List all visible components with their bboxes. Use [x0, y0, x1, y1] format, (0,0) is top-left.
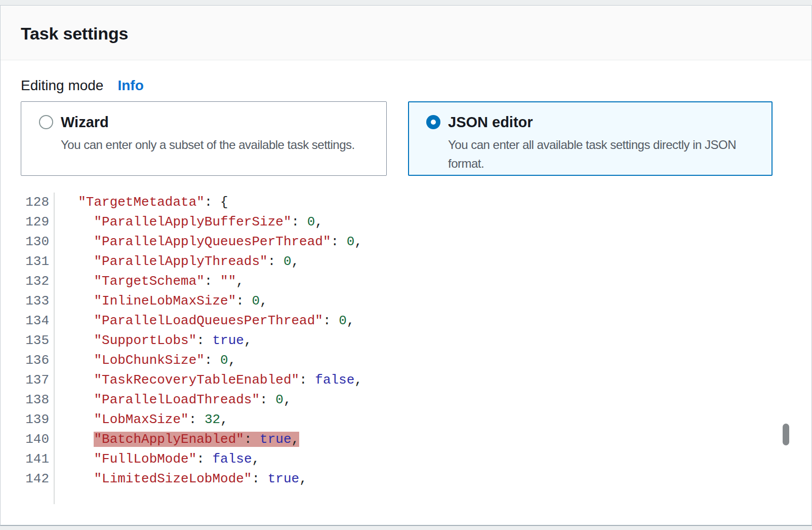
- code-line[interactable]: 137 "TaskRecoveryTableEnabled": false,: [1, 370, 811, 390]
- line-number: 140: [1, 430, 55, 449]
- editing-mode-label: Editing mode: [21, 78, 103, 94]
- code-line[interactable]: 129 "ParallelApplyBufferSize": 0,: [1, 212, 811, 232]
- info-link[interactable]: Info: [117, 78, 143, 94]
- code-line[interactable]: 140 "BatchApplyEnabled": true,: [1, 430, 811, 449]
- code-line-text[interactable]: "ParallelApplyBufferSize": 0,: [55, 212, 323, 232]
- code-line[interactable]: 133 "InlineLobMaxSize": 0,: [1, 291, 811, 311]
- line-number: 130: [1, 232, 55, 252]
- code-line[interactable]: 130 "ParallelApplyQueuesPerThread": 0,: [1, 232, 811, 252]
- code-line-text[interactable]: "ParallelLoadQueuesPerThread": 0,: [55, 311, 354, 331]
- code-line-text[interactable]: "TargetMetadata": {: [55, 193, 228, 212]
- code-line[interactable]: 136 "LobChunkSize": 0,: [1, 351, 811, 370]
- line-number: 132: [1, 272, 55, 291]
- panel-content: Editing mode Info Wizard You can enter o…: [1, 78, 811, 504]
- line-number: 136: [1, 351, 55, 370]
- option-title-json-editor: JSON editor: [448, 114, 762, 130]
- line-number: 141: [1, 449, 55, 469]
- line-number: 134: [1, 311, 55, 331]
- code-line-text[interactable]: "LimitedSizeLobMode": true,: [55, 469, 307, 489]
- code-line-text[interactable]: "LobChunkSize": 0,: [55, 351, 236, 370]
- code-line[interactable]: 128 "TargetMetadata": {: [1, 193, 811, 212]
- editing-mode-option-wizard[interactable]: Wizard You can enter only a subset of th…: [21, 101, 387, 176]
- line-number: 139: [1, 410, 55, 430]
- code-line-text[interactable]: "InlineLobMaxSize": 0,: [55, 291, 268, 311]
- editing-mode-row: Editing mode Info: [21, 78, 791, 94]
- line-number: 129: [1, 212, 55, 232]
- line-number: 133: [1, 291, 55, 311]
- code-line[interactable]: 132 "TargetSchema": "",: [1, 272, 811, 291]
- code-line[interactable]: 134 "ParallelLoadQueuesPerThread": 0,: [1, 311, 811, 331]
- code-line[interactable]: 138 "ParallelLoadThreads": 0,: [1, 390, 811, 410]
- highlighted-code: "BatchApplyEnabled": true,: [94, 432, 299, 447]
- code-line-text[interactable]: "ParallelLoadThreads": 0,: [55, 390, 292, 410]
- code-line-text[interactable]: "FullLobMode": false,: [55, 449, 260, 469]
- option-description-json-editor: You can enter all available task setting…: [448, 135, 762, 173]
- code-line-text[interactable]: [55, 489, 62, 504]
- code-line-text[interactable]: "ParallelApplyThreads": 0,: [55, 252, 299, 272]
- panel-header: Task settings: [1, 6, 811, 60]
- code-line-text[interactable]: "TargetSchema": "",: [55, 272, 244, 291]
- line-number: 138: [1, 390, 55, 410]
- radio-wizard[interactable]: [39, 115, 53, 129]
- code-line[interactable]: 131 "ParallelApplyThreads": 0,: [1, 252, 811, 272]
- option-description-wizard: You can enter only a subset of the avail…: [61, 135, 355, 154]
- task-settings-panel: Task settings Editing mode Info Wizard Y…: [0, 5, 812, 526]
- code-line-text[interactable]: "LobMaxSize": 32,: [55, 410, 228, 430]
- code-line-text[interactable]: "TaskRecoveryTableEnabled": false,: [55, 370, 362, 390]
- code-line[interactable]: 139 "LobMaxSize": 32,: [1, 410, 811, 430]
- code-line[interactable]: 142 "LimitedSizeLobMode": true,: [1, 469, 811, 489]
- line-number: [1, 489, 55, 504]
- line-number: 128: [1, 193, 55, 212]
- line-number: 142: [1, 469, 55, 489]
- code-line-text[interactable]: "ParallelApplyQueuesPerThread": 0,: [55, 232, 362, 252]
- line-number: 135: [1, 331, 55, 351]
- code-line-text[interactable]: "BatchApplyEnabled": true,: [55, 430, 299, 449]
- code-line[interactable]: [1, 489, 811, 504]
- page-title: Task settings: [21, 24, 791, 44]
- option-title-wizard: Wizard: [61, 114, 355, 130]
- code-line[interactable]: 135 "SupportLobs": true,: [1, 331, 811, 351]
- editing-mode-options: Wizard You can enter only a subset of th…: [21, 101, 791, 176]
- code-line[interactable]: 141 "FullLobMode": false,: [1, 449, 811, 469]
- radio-json-editor[interactable]: [426, 115, 440, 129]
- json-code-editor[interactable]: 128 "TargetMetadata": {129 "ParallelAppl…: [1, 193, 811, 504]
- scrollbar-thumb[interactable]: [783, 424, 789, 445]
- line-number: 137: [1, 370, 55, 390]
- code-line-text[interactable]: "SupportLobs": true,: [55, 331, 252, 351]
- editing-mode-option-json-editor[interactable]: JSON editor You can enter all available …: [408, 101, 773, 176]
- line-number: 131: [1, 252, 55, 272]
